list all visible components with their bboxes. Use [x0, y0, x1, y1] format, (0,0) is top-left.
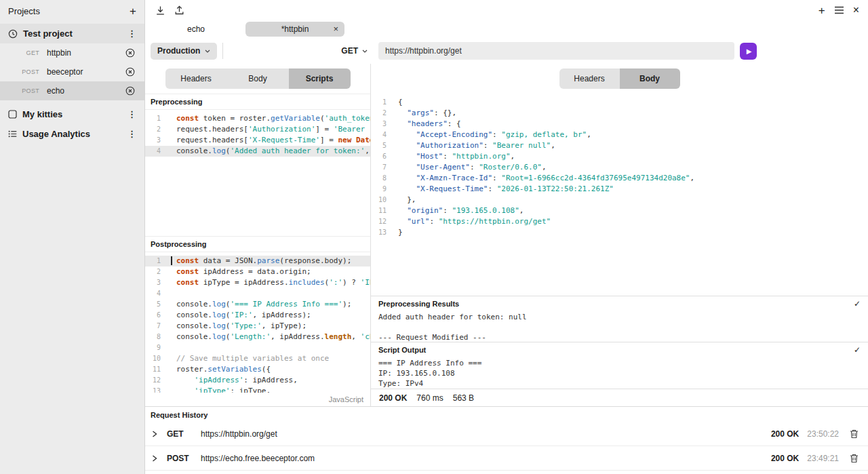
- import-download-icon[interactable]: [155, 5, 165, 16]
- script-output-section: Script Output ✓ === IP Address Info ===I…: [371, 342, 868, 389]
- postprocessing-editor[interactable]: 1const data = JSON.parse(response.body);…: [145, 252, 370, 393]
- project-menu-icon[interactable]: ⋮: [127, 28, 136, 39]
- history-status: 200 OK: [771, 454, 799, 463]
- postprocessing-label: Postprocessing: [151, 240, 207, 248]
- close-window-icon[interactable]: ×: [853, 5, 859, 16]
- history-url: https://echo.free.beeceptor.com: [201, 454, 771, 463]
- chevron-down-icon: [205, 50, 210, 53]
- sidebar-request-beeceptor[interactable]: POST beeceptor: [0, 62, 144, 81]
- history-row[interactable]: GET https://httpbin.org/get 200 OK 23:50…: [145, 422, 868, 446]
- preprocessing-label: Preprocessing: [151, 98, 202, 106]
- tab-close-icon[interactable]: ×: [333, 24, 338, 34]
- tab-strip: echo *httpbin ×: [145, 20, 868, 38]
- add-project-button[interactable]: +: [130, 5, 136, 17]
- tab-httpbin[interactable]: *httpbin ×: [245, 22, 344, 37]
- app-window: Projects + Test project ⋮ GET httpbin PO…: [0, 0, 868, 474]
- project-menu-icon[interactable]: ⋮: [127, 109, 136, 119]
- main-area: + × echo *httpbin × Production GET: [145, 0, 868, 474]
- response-status-bar: 200 OK 760 ms 563 B: [371, 389, 868, 406]
- language-label: JavaScript: [329, 395, 363, 403]
- request-bar: Production GET ▶: [145, 38, 868, 64]
- trash-icon[interactable]: [850, 429, 859, 439]
- sidebar-item-test-project[interactable]: Test project ⋮: [0, 24, 144, 43]
- request-history-panel: Request History GET https://httpbin.org/…: [145, 406, 868, 474]
- project-name: My kitties: [22, 109, 122, 119]
- top-toolbar: + ×: [145, 0, 868, 20]
- menu-icon[interactable]: [834, 6, 844, 14]
- close-circle-icon[interactable]: [125, 67, 135, 77]
- tab-label: echo: [187, 24, 205, 34]
- success-check-icon: ✓: [854, 299, 861, 309]
- preprocessing-header: Preprocessing: [145, 94, 370, 110]
- success-check-icon: ✓: [854, 345, 861, 355]
- request-panel: Headers Body Scripts Preprocessing 1cons…: [145, 64, 371, 406]
- response-time: 760 ms: [416, 393, 443, 403]
- divider: [222, 43, 223, 59]
- script-output-text: === IP Address Info ===IP: 193.165.0.108…: [371, 357, 868, 389]
- postprocessing-header: Postprocessing: [145, 236, 370, 252]
- content-split: Headers Body Scripts Preprocessing 1cons…: [145, 64, 868, 406]
- tab-request-body[interactable]: Body: [227, 68, 289, 89]
- chevron-right-icon[interactable]: [152, 431, 167, 437]
- tab-response-body[interactable]: Body: [620, 68, 680, 89]
- history-method: GET: [167, 429, 201, 439]
- request-method: POST: [16, 68, 39, 75]
- request-method: GET: [16, 50, 39, 56]
- project-name: Test project: [23, 28, 122, 39]
- request-name: httpbin: [47, 48, 125, 58]
- list-icon: [8, 130, 17, 138]
- trash-icon[interactable]: [850, 454, 859, 463]
- tab-request-headers[interactable]: Headers: [165, 68, 227, 89]
- request-name: echo: [47, 86, 125, 96]
- tab-response-headers[interactable]: Headers: [559, 68, 620, 89]
- history-method: POST: [167, 454, 201, 463]
- preprocessing-results-output: Added auth header for token: null --- Re…: [371, 311, 868, 342]
- sidebar-header: Projects +: [0, 0, 144, 24]
- request-method: POST: [16, 87, 39, 94]
- preprocessing-results-section: Preprocessing Results ✓ Added auth heade…: [371, 296, 868, 342]
- history-status: 200 OK: [771, 429, 799, 439]
- url-input[interactable]: [378, 42, 734, 60]
- status-code: 200 OK: [379, 393, 407, 403]
- sidebar: Projects + Test project ⋮ GET httpbin PO…: [0, 0, 145, 474]
- response-size: 563 B: [453, 393, 474, 403]
- editor-footer: JavaScript: [145, 393, 370, 406]
- environment-dropdown[interactable]: Production: [151, 43, 217, 60]
- method-dropdown[interactable]: GET: [336, 43, 373, 60]
- send-button[interactable]: ▶: [740, 43, 757, 60]
- close-circle-icon[interactable]: [125, 48, 135, 58]
- close-circle-icon[interactable]: [125, 86, 135, 96]
- history-row[interactable]: POST https://echo.free.beeceptor.com 200…: [145, 446, 868, 471]
- preprocessing-editor[interactable]: 1const token = roster.getVariable('auth_…: [145, 110, 370, 236]
- response-panel: Headers Body 1{2 "args": {},3 "headers":…: [371, 64, 868, 406]
- chevron-right-icon[interactable]: [152, 455, 167, 462]
- script-output-title: Script Output: [378, 346, 426, 354]
- response-tabs: Headers Body: [371, 64, 868, 94]
- sidebar-request-echo[interactable]: POST echo: [0, 81, 144, 100]
- tab-request-scripts[interactable]: Scripts: [289, 68, 351, 89]
- sidebar-title: Projects: [8, 6, 40, 16]
- history-clock-icon: [8, 29, 18, 39]
- tab-echo[interactable]: echo: [146, 22, 245, 37]
- request-name: beeceptor: [47, 67, 125, 77]
- chevron-down-icon: [362, 50, 368, 53]
- sidebar-item-usage-analytics[interactable]: Usage Analytics ⋮: [0, 124, 144, 144]
- sidebar-request-httpbin[interactable]: GET httpbin: [0, 43, 144, 62]
- request-tabs: Headers Body Scripts: [145, 64, 370, 94]
- project-menu-icon[interactable]: ⋮: [127, 129, 136, 139]
- request-history-title: Request History: [145, 407, 868, 422]
- new-tab-button[interactable]: +: [818, 5, 825, 16]
- environment-label: Production: [157, 46, 200, 56]
- history-time: 23:50:22: [807, 429, 839, 439]
- response-body-viewer[interactable]: 1{2 "args": {},3 "headers": {4 "Accept-E…: [371, 94, 868, 296]
- method-label: GET: [341, 46, 358, 56]
- sidebar-item-my-kitties[interactable]: My kitties ⋮: [0, 104, 144, 124]
- export-share-icon[interactable]: [174, 5, 184, 16]
- history-url: https://httpbin.org/get: [201, 429, 771, 439]
- history-time: 23:49:21: [807, 454, 839, 463]
- project-name: Usage Analytics: [22, 129, 122, 139]
- board-icon: [8, 110, 17, 119]
- tab-label: *httpbin: [281, 24, 309, 34]
- preprocessing-results-title: Preprocessing Results: [378, 300, 459, 308]
